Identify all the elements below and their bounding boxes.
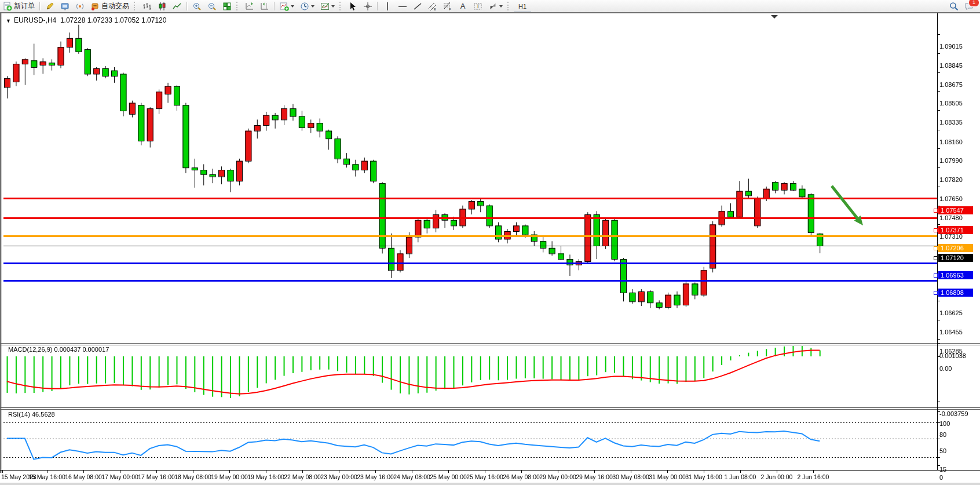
line-chart-icon bbox=[173, 2, 182, 11]
dropdown-caret-icon bbox=[331, 5, 335, 8]
zoom-in-button[interactable] bbox=[190, 1, 204, 12]
text-tool[interactable]: A bbox=[456, 1, 470, 12]
price-tick-label: 1.07480 bbox=[939, 214, 963, 221]
time-axis-label: 26 May 08:00 bbox=[503, 473, 540, 480]
rsi-value: 46.5628 bbox=[32, 411, 55, 418]
autotrading-button[interactable]: 自动交易 bbox=[88, 1, 131, 12]
price-tick-label: 1.08845 bbox=[939, 62, 963, 69]
tile-windows-button[interactable] bbox=[220, 1, 234, 12]
auto-scroll-button[interactable] bbox=[243, 1, 257, 12]
time-axis-label: 2 Jun 16:00 bbox=[798, 473, 829, 480]
hline-anchor-square bbox=[934, 228, 938, 232]
time-axis-label: 22 May 08:00 bbox=[284, 473, 321, 480]
time-axis-label: 23 May 16:00 bbox=[357, 473, 394, 480]
price-tick-label: 1.07650 bbox=[939, 195, 963, 202]
cursor-icon bbox=[348, 2, 357, 11]
svg-text:T: T bbox=[477, 3, 480, 9]
hline-price-label: 1.06808 bbox=[938, 289, 973, 297]
time-axis-label: 29 May 16:00 bbox=[576, 473, 613, 480]
arrows-icon bbox=[488, 2, 498, 11]
timeframe-button-h1[interactable]: H1 bbox=[514, 1, 531, 12]
signal-button[interactable] bbox=[73, 1, 87, 12]
search-button[interactable] bbox=[947, 1, 961, 12]
templates-icon bbox=[320, 2, 330, 11]
price-tick-label: 1.08160 bbox=[939, 138, 963, 145]
toolbar-drag-handle[interactable] bbox=[507, 2, 511, 10]
toolbar-drag-handle[interactable] bbox=[236, 2, 240, 10]
text-label-tool[interactable]: T bbox=[471, 1, 485, 12]
autotrading-icon bbox=[90, 2, 100, 11]
vertical-line-icon bbox=[383, 2, 392, 11]
chat-notifications-button[interactable]: 1 bbox=[962, 1, 976, 12]
time-axis-label: 1 Jun 08:00 bbox=[725, 473, 756, 480]
crosshair-button[interactable] bbox=[361, 1, 375, 12]
autotrading-label: 自动交易 bbox=[101, 1, 129, 11]
price-tick-label: 1.09015 bbox=[939, 43, 963, 50]
horizontal-line-tool[interactable] bbox=[396, 1, 409, 12]
price-tick-label: 1.08335 bbox=[939, 119, 963, 126]
chart-symbol-period: EURUSD-,H4 bbox=[14, 16, 56, 24]
chart-ohlc-values: 1.07228 1.07233 1.07052 1.07120 bbox=[60, 16, 167, 24]
time-axis-label: 25 May 00:00 bbox=[430, 473, 467, 480]
rsi-axis-label: 50 bbox=[939, 447, 946, 454]
indicators-icon bbox=[280, 2, 289, 11]
dropdown-caret-icon bbox=[499, 5, 503, 8]
new-order-button[interactable]: 新订单 bbox=[1, 1, 37, 12]
tile-windows-icon bbox=[222, 2, 232, 11]
periods-button[interactable] bbox=[298, 1, 317, 12]
terminal-button[interactable] bbox=[58, 1, 72, 12]
trendline-icon bbox=[413, 2, 422, 11]
cursor-button[interactable] bbox=[346, 1, 360, 12]
hline-anchor-square bbox=[934, 246, 938, 250]
time-axis-label: 25 May 16:00 bbox=[466, 473, 503, 480]
label-icon: T bbox=[473, 2, 482, 11]
chart-shift-button[interactable] bbox=[258, 1, 272, 12]
line-chart-button[interactable] bbox=[170, 1, 184, 12]
price-tick-label: 1.07990 bbox=[939, 157, 963, 164]
price-tick-label: 1.07820 bbox=[939, 176, 963, 183]
time-axis-label: 17 May 00:00 bbox=[101, 473, 138, 480]
hline-anchor-square bbox=[934, 209, 938, 213]
fibonacci-tool[interactable]: F bbox=[441, 1, 455, 12]
new-order-icon bbox=[3, 2, 12, 11]
candlestick-chart-button[interactable] bbox=[155, 1, 169, 12]
bars-chart-button[interactable] bbox=[140, 1, 154, 12]
rsi-axis-label: 80 bbox=[939, 431, 946, 438]
arrows-tool[interactable] bbox=[486, 1, 505, 12]
hline-price-label: 1.07206 bbox=[938, 244, 973, 252]
price-tick-label: 1.07310 bbox=[939, 233, 963, 240]
terminal-icon bbox=[60, 2, 70, 11]
toolbar-separator bbox=[274, 2, 275, 10]
toolbar-drag-handle[interactable] bbox=[134, 2, 138, 10]
hline-anchor-square bbox=[934, 291, 938, 295]
price-chart-canvas[interactable] bbox=[0, 12, 980, 485]
hline-price-label: 1.06963 bbox=[938, 271, 973, 279]
metaeditor-button[interactable] bbox=[43, 1, 57, 12]
notification-badge: 1 bbox=[968, 0, 979, 7]
dropdown-caret-icon bbox=[291, 5, 294, 8]
new-order-label: 新订单 bbox=[14, 1, 35, 11]
toolbar-drag-handle[interactable] bbox=[339, 2, 343, 10]
time-axis-label: 23 May 00:00 bbox=[320, 473, 357, 480]
templates-button[interactable] bbox=[318, 1, 337, 12]
time-axis-label: 19 May 00:00 bbox=[211, 473, 248, 480]
indicators-button[interactable] bbox=[277, 1, 297, 12]
hline-anchor-square bbox=[934, 256, 938, 260]
toolbar-separator bbox=[39, 2, 41, 10]
trendline-tool[interactable] bbox=[411, 1, 425, 12]
svg-text:E: E bbox=[434, 8, 436, 11]
vertical-line-tool[interactable] bbox=[381, 1, 394, 12]
zoom-out-icon bbox=[207, 2, 217, 11]
one-click-trading-toggle[interactable]: ▼ bbox=[6, 18, 11, 24]
zoom-out-button[interactable] bbox=[205, 1, 219, 12]
pencil-icon bbox=[45, 2, 54, 11]
chart-ohlc-header: ▼EURUSD-,H4 1.07228 1.07233 1.07052 1.07… bbox=[6, 16, 166, 24]
price-tick-label: 1.08505 bbox=[939, 100, 963, 107]
hline-price-label: 1.07547 bbox=[938, 206, 973, 214]
clock-icon bbox=[300, 2, 309, 11]
equidistant-channel-tool[interactable]: E bbox=[426, 1, 440, 12]
time-axis-label: 17 May 16:00 bbox=[138, 473, 175, 480]
main-toolbar: 新订单 自动交易 bbox=[0, 0, 980, 13]
rsi-axis-label: 100 bbox=[939, 420, 950, 427]
rsi-indicator-label: RSI(14) 46.5628 bbox=[8, 411, 55, 418]
